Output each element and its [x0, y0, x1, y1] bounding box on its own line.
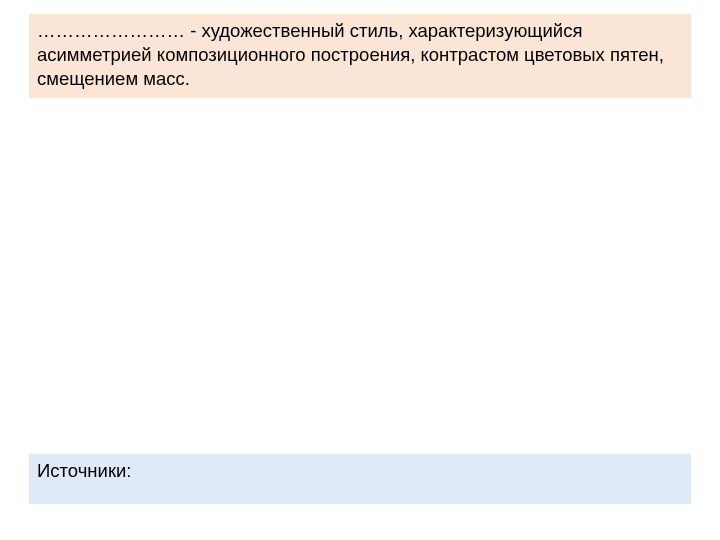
definition-text-box: …………………… - художественный стиль, характе…: [29, 14, 691, 98]
sources-text-box: Источники:: [29, 454, 691, 504]
definition-text: …………………… - художественный стиль, характе…: [37, 20, 664, 89]
sources-label: Источники:: [37, 460, 131, 481]
